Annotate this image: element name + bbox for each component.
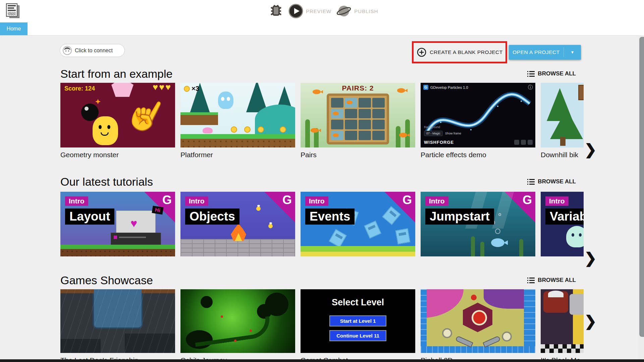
bubble-shape bbox=[498, 213, 501, 216]
create-blank-project-label: CREATE A BLANK PROJECT bbox=[430, 49, 502, 55]
ghost-character-shape bbox=[566, 226, 584, 247]
thumbnail-tutorial-layout: G Intro Layout ♥ Hi bbox=[60, 192, 175, 256]
example-card-particle-effects[interactable]: G GDevelop Particles 1.0 ⓘ Background 07… bbox=[421, 83, 535, 159]
sand-strip bbox=[301, 252, 415, 256]
tutorial-card-events[interactable]: G Intro Events bbox=[301, 192, 415, 256]
thumbnail-comet-combat: Select Level Start at Level 1 Continue L… bbox=[301, 289, 415, 353]
thumbnail-tutorial-objects: G Intro Objects bbox=[180, 192, 295, 256]
card-caption: Downhill bik bbox=[541, 151, 584, 159]
project-manager-icon[interactable] bbox=[5, 3, 21, 19]
watermark-text: WISHFORGE bbox=[424, 140, 454, 145]
list-icon bbox=[527, 179, 535, 185]
tab-home[interactable]: Home bbox=[0, 22, 28, 35]
thumbnail-blockman: BLOCKS bbox=[541, 289, 584, 353]
bomb-shape bbox=[81, 104, 99, 121]
bumper-shape bbox=[442, 328, 452, 338]
open-project-split-button[interactable]: OPEN A PROJECT ▼ bbox=[509, 45, 581, 60]
main-toolbar: PREVIEW PUBLISH bbox=[0, 0, 644, 22]
wooden-sign: G bbox=[578, 85, 584, 100]
browse-all-tutorials[interactable]: BROWSE ALL bbox=[527, 178, 576, 185]
example-card-pairs[interactable]: PAIRS: 2 bbox=[301, 83, 415, 159]
slime-shape bbox=[203, 127, 213, 133]
section-title-tutorials: Our latest tutorials bbox=[60, 175, 153, 188]
particle-swirl-graphic bbox=[421, 83, 535, 147]
seaweed-shape bbox=[305, 119, 310, 147]
showcase-card-blockman[interactable]: BLOCKS It's Block Ma bbox=[541, 289, 584, 362]
connect-label: Click to connect bbox=[75, 48, 113, 54]
enemy-dot-shape bbox=[234, 340, 236, 342]
open-project-dropdown[interactable]: ▼ bbox=[564, 48, 581, 57]
bee-shape bbox=[268, 224, 273, 228]
spark-shape bbox=[95, 99, 101, 104]
list-icon bbox=[527, 278, 535, 283]
showcase-card-pinball[interactable]: Pinball 2D bbox=[421, 289, 535, 362]
card-caption: Geometry monster bbox=[60, 151, 175, 159]
blue-tile-column bbox=[421, 289, 427, 353]
list-icon bbox=[527, 71, 535, 77]
thumbnail-pairs: PAIRS: 2 bbox=[301, 83, 415, 147]
showcase-next-chevron-icon[interactable]: ❯ bbox=[584, 314, 598, 328]
silhouette-shape bbox=[201, 296, 213, 308]
browse-all-examples[interactable]: BROWSE ALL bbox=[527, 70, 576, 77]
tab-bar: Home bbox=[0, 22, 644, 35]
open-project-label[interactable]: OPEN A PROJECT bbox=[509, 49, 564, 55]
particle-demo-header: G GDevelop Particles 1.0 bbox=[423, 85, 468, 90]
showcase-card-oshi[interactable]: Oshi's Journey bbox=[180, 289, 295, 362]
publish-button[interactable]: PUBLISH bbox=[336, 4, 378, 18]
rain-overlay bbox=[60, 289, 175, 353]
debugger-bug-icon[interactable] bbox=[268, 3, 284, 19]
fish-shape bbox=[311, 128, 319, 133]
tree-trunk-shape bbox=[560, 137, 566, 146]
tutorial-title: Events bbox=[305, 208, 355, 225]
seaweed-shape bbox=[471, 236, 475, 256]
tutorial-card-objects[interactable]: G Intro Objects bbox=[180, 192, 295, 256]
gdevelop-logo-icon: G bbox=[402, 193, 412, 207]
discord-icon bbox=[528, 140, 533, 145]
coin-icon bbox=[231, 126, 237, 133]
browse-all-showcase[interactable]: BROWSE ALL bbox=[527, 277, 576, 284]
preview-button[interactable]: PREVIEW bbox=[288, 4, 331, 18]
tutorials-next-chevron-icon[interactable]: ❯ bbox=[584, 251, 598, 265]
tutorial-card-jumpstart[interactable]: G Intro Jumpstart bbox=[421, 192, 535, 256]
continue-level-button: Continue Level 11 bbox=[329, 330, 386, 341]
flipper-shape bbox=[483, 336, 501, 348]
intro-badge: Intro bbox=[425, 196, 448, 206]
pink-arc-shape bbox=[421, 289, 464, 318]
project-manager-icon-front-sheet bbox=[6, 3, 17, 17]
enemy-dot-shape bbox=[221, 315, 223, 318]
connect-button[interactable]: Click to connect bbox=[60, 44, 125, 57]
fish-shape bbox=[397, 88, 405, 93]
example-card-geometry-monster[interactable]: Score: 124 ♥♥♥ ☝ Geometry monster bbox=[60, 83, 175, 159]
purple-panel-shape bbox=[484, 289, 524, 309]
robot-sprite bbox=[329, 229, 347, 247]
scrollbar-thumb[interactable] bbox=[639, 37, 644, 337]
gdevelop-logo-icon: G bbox=[523, 193, 532, 207]
tutorials-card-row: G Intro Layout ♥ Hi bbox=[60, 192, 584, 256]
create-blank-project-button[interactable]: CREATE A BLANK PROJECT bbox=[416, 45, 504, 60]
tutorial-card-variables[interactable]: G Intro Variab +1 bbox=[541, 192, 584, 256]
player-character-shape bbox=[218, 92, 233, 109]
showcase-card-comet-combat[interactable]: Select Level Start at Level 1 Continue L… bbox=[301, 289, 415, 362]
coin-icon bbox=[258, 126, 264, 133]
bumper-shape bbox=[502, 331, 512, 342]
bee-shape bbox=[256, 206, 261, 211]
example-card-platformer[interactable]: ×3 Platformer bbox=[180, 83, 295, 159]
vertical-scrollbar[interactable] bbox=[638, 35, 644, 362]
example-card-downhill[interactable]: G Downhill bik bbox=[541, 83, 584, 159]
avatar-face-icon bbox=[63, 46, 72, 55]
thumbnail-oshi bbox=[180, 289, 295, 353]
social-icons bbox=[514, 140, 533, 145]
examples-next-chevron-icon[interactable]: ❯ bbox=[584, 142, 598, 157]
hand-cursor-icon: ☝ bbox=[121, 91, 172, 138]
robot-sprite bbox=[395, 228, 411, 244]
showcase-card-lost-dog[interactable]: The Lost Dog's Frienship bbox=[60, 289, 175, 362]
hi-label: Hi bbox=[152, 206, 163, 215]
gdevelop-logo-icon: G bbox=[423, 85, 428, 90]
hearts-icons: ♥♥♥ bbox=[153, 83, 172, 93]
monster-shape bbox=[93, 116, 118, 145]
coin-icon bbox=[280, 126, 286, 133]
layer-label: Background bbox=[424, 125, 440, 129]
tutorial-card-layout[interactable]: G Intro Layout ♥ Hi bbox=[60, 192, 175, 256]
home-content: Click to connect CREATE A BLANK PROJECT … bbox=[0, 35, 644, 362]
blue-tile-floor bbox=[421, 346, 535, 353]
